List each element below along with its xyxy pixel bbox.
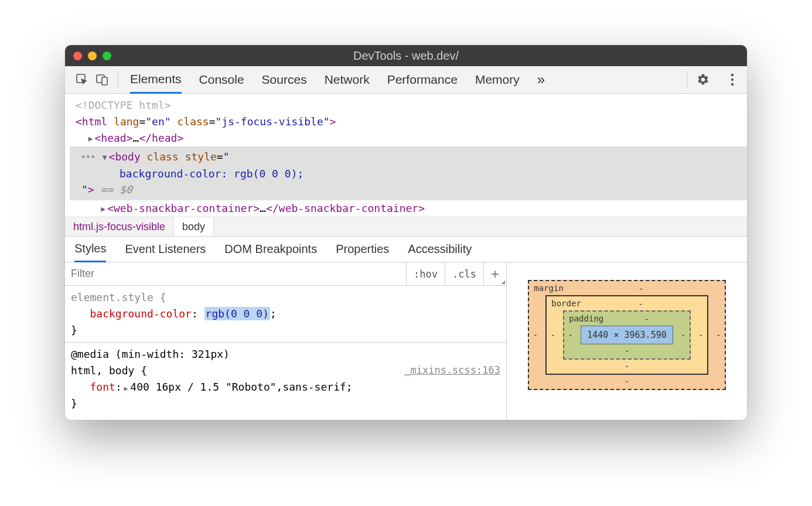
traffic-lights bbox=[73, 52, 111, 60]
minimize-window-button[interactable] bbox=[88, 52, 97, 60]
tab-properties[interactable]: Properties bbox=[336, 237, 389, 262]
dom-snackbar[interactable]: ▶<web-snackbar-container>…</web-snackbar… bbox=[70, 200, 747, 217]
add-rule-button[interactable]: + bbox=[483, 262, 506, 285]
device-toggle-icon[interactable] bbox=[92, 70, 112, 90]
window-title: DevTools - web.dev/ bbox=[65, 49, 747, 63]
tab-console[interactable]: Console bbox=[199, 66, 244, 93]
dom-doctype[interactable]: <!DOCTYPE html> bbox=[70, 97, 747, 114]
hov-toggle[interactable]: :hov bbox=[406, 262, 445, 285]
dom-head[interactable]: ▶<head>…</head> bbox=[70, 130, 747, 146]
box-model: margin - - - - border - - - - padding - bbox=[507, 262, 747, 420]
tab-dom-breakpoints[interactable]: DOM Breakpoints bbox=[224, 237, 317, 262]
panel-tabs: Elements Console Sources Network Perform… bbox=[130, 66, 545, 93]
tab-sources[interactable]: Sources bbox=[262, 66, 307, 93]
tab-performance[interactable]: Performance bbox=[387, 66, 458, 93]
box-model-border[interactable]: border - - - - padding - - - - 1440 × 39… bbox=[545, 295, 708, 375]
inspect-element-icon[interactable] bbox=[72, 70, 92, 90]
tab-network[interactable]: Network bbox=[325, 66, 370, 93]
filter-row: :hov .cls + bbox=[65, 262, 506, 286]
rule-element-style[interactable]: element.style { background-color: rgb(0 … bbox=[65, 286, 506, 343]
dom-body-close: "> == $0 bbox=[76, 182, 741, 198]
dom-body-selected[interactable]: ••• ▼<body class style=" background-colo… bbox=[70, 146, 747, 201]
main-toolbar: Elements Console Sources Network Perform… bbox=[65, 66, 747, 94]
tab-memory[interactable]: Memory bbox=[475, 66, 520, 93]
styles-pane: :hov .cls + element.style { background-c… bbox=[65, 262, 747, 420]
sidebar-tabs: Styles Event Listeners DOM Breakpoints P… bbox=[65, 237, 747, 262]
box-model-margin[interactable]: margin - - - - border - - - - padding - bbox=[528, 280, 725, 390]
breadcrumb: html.js-focus-visible body bbox=[65, 217, 747, 237]
toolbar-divider bbox=[118, 71, 118, 88]
crumb-html[interactable]: html.js-focus-visible bbox=[65, 217, 173, 236]
dom-body-style: background-color: rgb(0 0 0); bbox=[76, 166, 741, 182]
styles-filter-input[interactable] bbox=[65, 262, 406, 285]
box-model-padding[interactable]: padding - - - - 1440 × 3963.590 bbox=[563, 310, 690, 360]
close-window-button[interactable] bbox=[73, 52, 82, 60]
tab-accessibility[interactable]: Accessibility bbox=[408, 237, 472, 262]
titlebar: DevTools - web.dev/ bbox=[65, 45, 747, 66]
svg-point-3 bbox=[731, 74, 733, 76]
cls-toggle[interactable]: .cls bbox=[445, 262, 483, 285]
tab-event-listeners[interactable]: Event Listeners bbox=[125, 237, 206, 262]
kebab-menu-icon[interactable] bbox=[722, 70, 742, 90]
zoom-window-button[interactable] bbox=[103, 52, 111, 60]
tab-elements[interactable]: Elements bbox=[130, 67, 182, 94]
settings-gear-icon[interactable] bbox=[693, 70, 713, 90]
svg-point-5 bbox=[731, 83, 733, 86]
more-tabs-button[interactable]: » bbox=[537, 66, 545, 93]
svg-point-4 bbox=[731, 78, 733, 81]
svg-rect-2 bbox=[102, 77, 107, 85]
tab-styles[interactable]: Styles bbox=[74, 237, 106, 262]
dom-html-open[interactable]: <html lang="en" class="js-focus-visible"… bbox=[70, 114, 747, 130]
rule-source-link[interactable]: _mixins.scss:163 bbox=[404, 363, 500, 378]
box-model-content[interactable]: 1440 × 3963.590 bbox=[581, 326, 673, 344]
dom-tree[interactable]: <!DOCTYPE html> <html lang="en" class="j… bbox=[65, 94, 747, 217]
styles-column: :hov .cls + element.style { background-c… bbox=[65, 262, 507, 420]
devtools-window: DevTools - web.dev/ Elements Console Sou… bbox=[65, 45, 747, 420]
crumb-body[interactable]: body bbox=[173, 217, 214, 236]
toolbar-divider bbox=[687, 71, 687, 88]
rule-media[interactable]: @media (min-width: 321px) html, body {_m… bbox=[65, 343, 506, 415]
dom-body-open: ••• ▼<body class style=" bbox=[76, 149, 741, 166]
